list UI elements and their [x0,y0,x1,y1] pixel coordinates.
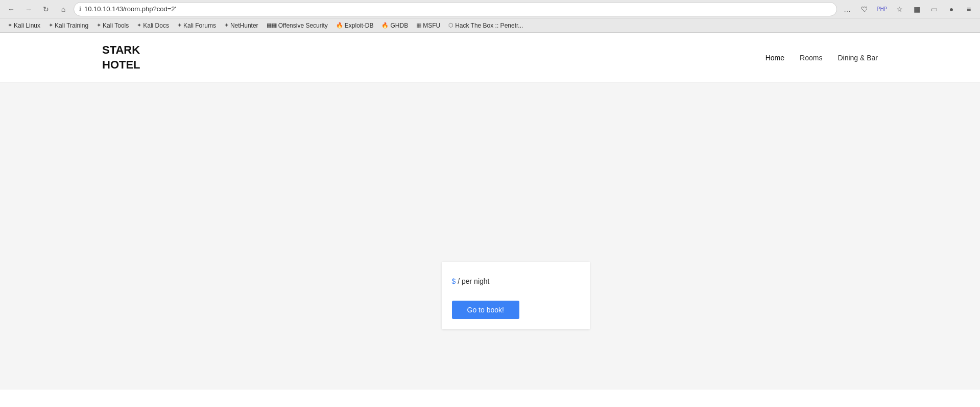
bookmark-kali-docs[interactable]: ✦ Kali Docs [133,20,173,31]
profile-button[interactable]: ● [944,2,959,16]
bookmark-kali-training[interactable]: ✦ Kali Training [45,20,92,31]
room-section: $ / per night Go to book! [0,83,980,345]
kali-docs-icon: ✦ [137,22,141,29]
address-bar[interactable] [84,5,831,13]
bookmark-ghdb[interactable]: 🔥 GHDB [378,20,412,31]
site-logo: STARK HOTEL [102,43,140,72]
bookmark-msfu-label: MSFU [423,22,440,29]
library-button[interactable]: ▦ [910,2,924,16]
bookmark-kali-tools-label: Kali Tools [103,22,129,29]
kali-tools-icon: ✦ [97,22,101,29]
bookmarks-bar: ✦ Kali Linux ✦ Kali Training ✦ Kali Tool… [0,18,980,33]
bookmark-exploit-db-label: Exploit-DB [345,22,374,29]
site-nav-links: Home Rooms Dining & Bar [766,54,878,62]
nav-home[interactable]: Home [766,54,784,62]
bookmark-kali-linux-label: Kali Linux [14,22,40,29]
menu-button[interactable]: ≡ [962,2,976,16]
bookmark-kali-docs-label: Kali Docs [143,22,169,29]
kali-forums-icon: ✦ [177,22,182,29]
room-price: $ / per night [452,277,580,285]
nav-dining[interactable]: Dining & Bar [838,54,878,62]
kali-linux-icon: ✦ [8,22,12,29]
more-button[interactable]: … [840,2,854,16]
reload-button[interactable]: ↻ [39,2,53,16]
site-nav: STARK HOTEL Home Rooms Dining & Bar [0,33,980,83]
bookmark-ghdb-label: GHDB [390,22,408,29]
kali-training-icon: ✦ [49,22,53,29]
bookmark-hackthebox[interactable]: ⬡ Hack The Box :: Penetr... [445,20,527,31]
bookmark-nethunter-label: NetHunter [230,22,258,29]
offensive-security-icon: ▦▦ [267,22,277,29]
website-content: STARK HOTEL Home Rooms Dining & Bar $ / … [0,33,980,407]
browser-window: ← → ↻ ⌂ ℹ … 🛡 PHP ☆ [0,0,980,407]
address-bar-container[interactable]: ℹ [74,2,837,16]
room-card: $ / per night Go to book! [442,262,590,329]
msfu-icon: ▦ [416,22,421,29]
star-button[interactable]: ☆ [892,2,906,16]
toolbar-right: … 🛡 PHP ☆ ▦ ▭ ● ≡ [840,2,976,16]
nav-rooms[interactable]: Rooms [800,54,822,62]
price-dollar-sign: $ [452,277,456,285]
nethunter-icon: ✦ [224,22,229,29]
back-button[interactable]: ← [4,2,18,16]
ghdb-icon: 🔥 [381,22,389,29]
bookmark-exploit-db[interactable]: 🔥 Exploit-DB [332,20,377,31]
hackthebox-icon: ⬡ [448,22,453,29]
shield-button[interactable]: 🛡 [857,2,872,16]
tab-button[interactable]: ▭ [927,2,941,16]
bookmark-msfu[interactable]: ▦ MSFU [413,20,444,31]
bookmark-kali-forums[interactable]: ✦ Kali Forums [174,20,220,31]
bookmark-kali-tools[interactable]: ✦ Kali Tools [93,20,132,31]
bookmark-offensive-security[interactable]: ▦▦ Offensive Security [263,20,331,31]
price-per-night-text: / per night [458,277,489,285]
browser-toolbar: ← → ↻ ⌂ ℹ … 🛡 PHP ☆ [0,0,980,18]
home-button[interactable]: ⌂ [56,2,70,16]
bookmark-kali-forums-label: Kali Forums [183,22,216,29]
bookmark-kali-training-label: Kali Training [55,22,88,29]
lock-icon: ℹ [79,6,81,12]
bookmark-hackthebox-label: Hack The Box :: Penetr... [455,22,523,29]
book-button[interactable]: Go to book! [452,301,519,319]
bookmark-kali-linux[interactable]: ✦ Kali Linux [4,20,44,31]
bookmark-offensive-security-label: Offensive Security [278,22,328,29]
forward-button[interactable]: → [21,2,36,16]
site-main: $ / per night Go to book! [0,83,980,390]
exploit-db-icon: 🔥 [336,22,343,29]
php-badge[interactable]: PHP [875,2,889,16]
bookmark-nethunter[interactable]: ✦ NetHunter [221,20,262,31]
